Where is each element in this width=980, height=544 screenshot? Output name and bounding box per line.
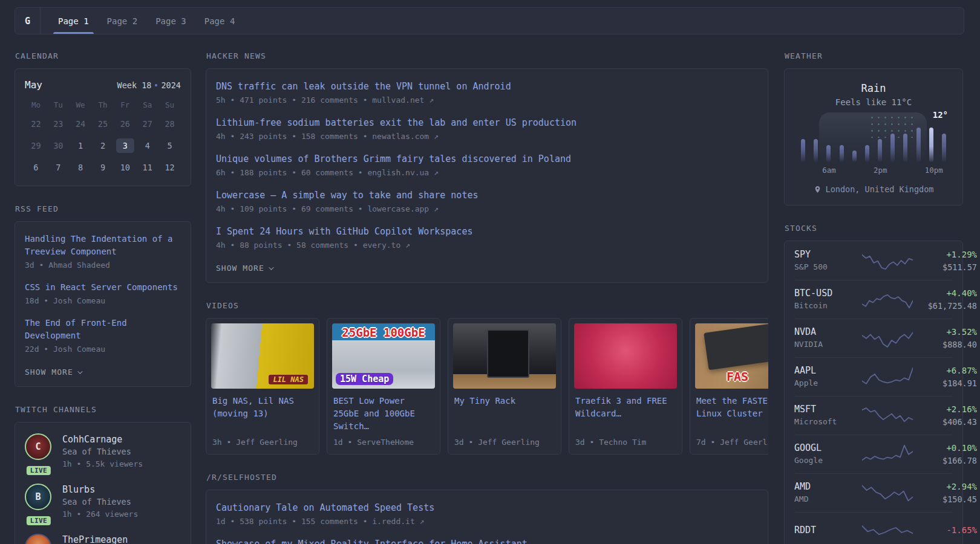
rss-item-meta: 3d • Ahmad Shadeed	[25, 259, 181, 271]
video-thumbnail[interactable]	[574, 323, 677, 389]
hacker-news-item-title[interactable]: I Spent 24 Hours with GitHub Copilot Wor…	[216, 225, 758, 238]
twitch-avatar	[25, 534, 51, 544]
video-thumbnail[interactable]: LIL NAS	[211, 323, 314, 389]
stock-sparkline	[862, 404, 913, 427]
rss-item-title[interactable]: The End of Front-End Development	[25, 317, 181, 342]
weather-bar	[826, 145, 831, 163]
weather-bars: 12°	[797, 125, 950, 162]
video-card[interactable]: LIL NAS Big NAS, Lil NAS (moving 13) 3h …	[206, 318, 319, 455]
rss-list: Handling The Indentation of a Treeview C…	[25, 233, 181, 355]
reddit-item: Showcase of my Mixed Reality Interface f…	[216, 537, 758, 544]
hacker-news-item-meta: 4h • 243 points • 158 comments • newatla…	[216, 131, 758, 143]
rss-show-more-button[interactable]: SHOW MORE	[25, 365, 81, 378]
stock-row[interactable]: GOOGL Google +0.10% $166.78	[785, 435, 962, 473]
video-thumbnail[interactable]: FAS	[695, 323, 768, 389]
section-title-selfhosted: /R/SELFHOSTED	[206, 473, 768, 482]
hacker-news-list: DNS traffic can leak outside the VPN tun…	[216, 80, 758, 251]
video-card[interactable]: FAS Meet the FASTEST Linux Cluster 7d • …	[690, 318, 768, 455]
calendar-day: 30	[49, 138, 67, 153]
hacker-news-item-title[interactable]: Lithium-free sodium batteries exit the l…	[216, 116, 758, 129]
calendar-day: 23	[49, 117, 67, 131]
nav-tab[interactable]: Page 1	[49, 8, 98, 34]
app-logo[interactable]: G	[15, 8, 41, 34]
nav-tab[interactable]: Page 2	[98, 8, 147, 34]
live-badge: LIVE	[27, 466, 51, 475]
middle-column: HACKER NEWS DNS traffic can leak outside…	[206, 51, 768, 544]
hacker-news-item-meta: 4h • 109 points • 69 comments • lowercas…	[216, 203, 758, 215]
weather-location: London, United Kingdom	[795, 184, 952, 194]
stock-change: +0.10%	[918, 441, 977, 455]
reddit-item-title[interactable]: Showcase of my Mixed Reality Interface f…	[216, 537, 758, 544]
stock-row[interactable]: NVDA NVIDIA +3.52% $888.40	[785, 319, 962, 357]
hacker-news-item-title[interactable]: Unique volumes of Brothers Grimm fairy t…	[216, 152, 758, 166]
stock-row[interactable]: RDDT -1.65%	[785, 512, 962, 544]
calendar-day: 22	[27, 117, 45, 131]
stock-row[interactable]: BTC-USD Bitcoin +4.40% $61,725.48	[785, 280, 962, 319]
dot-separator-icon	[155, 84, 157, 86]
stock-change: +2.16%	[918, 403, 977, 416]
video-title[interactable]: BEST Low Power 25GbE and 100GbE Switch…	[333, 395, 434, 433]
video-title[interactable]: Traefik 3 and FREE Wildcard…	[575, 395, 676, 420]
videos-scroller[interactable]: LIL NAS Big NAS, Lil NAS (moving 13) 3h …	[206, 318, 768, 455]
hacker-news-item-meta: 5h • 471 points • 216 comments • mullvad…	[216, 94, 758, 106]
video-card[interactable]: My Tiny Rack 3d • Jeff Geerling	[448, 318, 561, 455]
live-badge: LIVE	[27, 516, 51, 525]
reddit-item-meta: 1d • 538 points • 155 comments • i.redd.…	[216, 516, 758, 528]
hacker-news-show-more-button[interactable]: SHOW MORE	[216, 261, 272, 274]
calendar-day: 25	[94, 117, 112, 131]
video-card[interactable]: 25GbE 100GbE 15W Cheap BEST Low Power 25…	[327, 318, 440, 455]
stock-name: S&P 500	[794, 261, 857, 273]
stock-sparkline	[862, 442, 913, 465]
stock-name: Microsoft	[794, 416, 857, 428]
weather-bar-column	[874, 125, 886, 162]
calendar-day: 1	[71, 138, 90, 153]
stocks-widget: STOCKS SPY S&P 500	[784, 224, 963, 544]
reddit-item-title[interactable]: Cautionary Tale on Automated Speed Tests	[216, 501, 758, 514]
calendar-card: May Week 182024 MoTuWeThFrSaSu 222324252…	[15, 68, 191, 186]
stock-sparkline	[862, 326, 913, 349]
video-title[interactable]: My Tiny Rack	[454, 395, 555, 420]
stock-price: $166.78	[918, 455, 977, 467]
video-meta: 3d • Jeff Geerling	[454, 433, 555, 447]
video-title[interactable]: Meet the FASTEST Linux Cluster	[696, 395, 768, 420]
weather-bar	[840, 145, 844, 163]
rss-item-title[interactable]: CSS in React Server Components	[25, 281, 181, 294]
twitch-channel-row[interactable]: B LIVE Blurbs Sea of Thieves 1h • 264 vi…	[25, 484, 181, 520]
hacker-news-item: I Spent 24 Hours with GitHub Copilot Wor…	[216, 225, 758, 251]
stock-symbol: RDDT	[794, 523, 857, 537]
twitch-channel-row[interactable]: ThePrimeagen	[25, 534, 181, 544]
twitch-channel-row[interactable]: C LIVE CohhCarnage Sea of Thieves 1h • 5…	[25, 433, 181, 470]
video-title[interactable]: Big NAS, Lil NAS (moving 13)	[212, 395, 313, 420]
calendar-day: 29	[27, 138, 45, 153]
rss-item-title[interactable]: Handling The Indentation of a Treeview C…	[25, 233, 181, 258]
stock-row[interactable]: SPY S&P 500 +1.29% $511.57	[785, 241, 962, 280]
nav-tab[interactable]: Page 4	[195, 8, 244, 34]
stock-row[interactable]: MSFT Microsoft +2.16% $406.43	[785, 396, 962, 435]
stock-row[interactable]: AAPL Apple +6.87% $184.91	[785, 357, 962, 396]
calendar-day: 27	[139, 117, 157, 131]
stock-row[interactable]: AMD AMD +2.94% $150.45	[785, 473, 962, 512]
hacker-news-item-title[interactable]: Lowercase – A simple way to take and sha…	[216, 189, 758, 202]
stock-name: Bitcoin	[794, 300, 857, 312]
hacker-news-item-title[interactable]: DNS traffic can leak outside the VPN tun…	[216, 80, 758, 93]
calendar-day: 3	[116, 138, 134, 153]
calendar-days: 222324252627282930123456789101112	[25, 117, 181, 175]
weather-bar	[916, 128, 921, 162]
stock-id: MSFT Microsoft	[794, 403, 857, 428]
weather-bar-column	[848, 125, 861, 162]
weather-bar	[903, 134, 907, 163]
video-card[interactable]: Traefik 3 and FREE Wildcard… 3d • Techno…	[569, 318, 682, 455]
stock-values: +2.16% $406.43	[918, 403, 977, 428]
section-title-videos: VIDEOS	[206, 301, 768, 310]
nav-tab[interactable]: Page 3	[146, 8, 195, 34]
calendar-week-year: Week 182024	[117, 80, 181, 90]
calendar-day: 10	[116, 160, 134, 175]
weather-current-temp: 12°	[933, 110, 948, 120]
chevron-down-icon	[269, 265, 273, 270]
right-column: WEATHER Rain Feels like 11°C 12° 6am2pm1…	[784, 51, 963, 544]
video-thumbnail[interactable]: 25GbE 100GbE 15W Cheap	[332, 323, 435, 389]
stock-price: $406.43	[918, 416, 977, 428]
video-thumbnail[interactable]	[453, 323, 556, 389]
dashboard-page: G Page 1 Page 2 Page 3 Page 4 CALENDAR M…	[0, 0, 980, 544]
weather-bar	[929, 128, 933, 162]
